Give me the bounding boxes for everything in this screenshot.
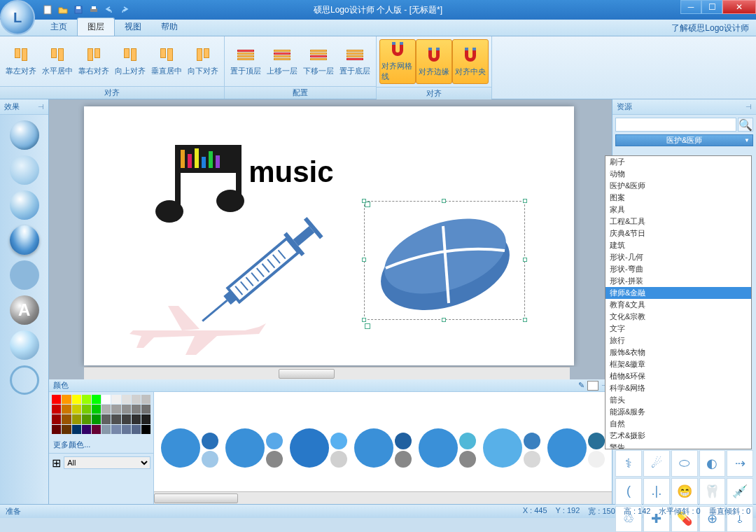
category-dropdown-list[interactable]: 刷子动物医护&医师图案家具工程&工具庆典&节日建筑形状-几何形状-弯曲形状-拼装…	[605, 155, 752, 449]
redo-button[interactable]	[118, 3, 132, 17]
grid-icon[interactable]: ⊞	[52, 456, 61, 470]
color-swatch[interactable]	[82, 395, 91, 404]
scheme-hscrollbar[interactable]	[154, 491, 612, 504]
dropdown-item[interactable]: 服饰&衣物	[606, 346, 751, 358]
music-text[interactable]: music	[248, 155, 333, 189]
tab-view[interactable]: 视图	[115, 18, 151, 36]
color-swatch[interactable]	[62, 405, 71, 414]
dropdown-item[interactable]: 科学&网络	[606, 382, 751, 394]
effect-style-3[interactable]	[10, 190, 39, 220]
dropdown-item[interactable]: 能源&服务	[606, 406, 751, 418]
color-scheme[interactable]	[419, 428, 476, 468]
color-swatch[interactable]	[92, 395, 101, 404]
eyedropper-icon[interactable]: ✎	[578, 381, 584, 390]
selection-box[interactable]	[364, 201, 525, 320]
dropdown-item[interactable]: 律师&金融	[606, 287, 751, 299]
print-button[interactable]	[87, 3, 101, 17]
color-swatch[interactable]	[82, 425, 91, 434]
align-hcenter-button[interactable]: 水平居中	[39, 39, 76, 83]
resource-item[interactable]: ☄	[643, 450, 670, 477]
color-swatch[interactable]	[52, 425, 61, 434]
resource-item[interactable]: ⇢	[727, 450, 753, 477]
resource-item[interactable]: 🦷	[699, 478, 726, 505]
dropdown-item[interactable]: 艺术&摄影	[606, 430, 751, 442]
color-swatch[interactable]	[102, 425, 111, 434]
color-swatch[interactable]	[62, 425, 71, 434]
color-scheme[interactable]	[225, 428, 283, 468]
align-right-button[interactable]: 靠右对齐	[76, 39, 112, 83]
canvas-viewport[interactable]: music	[49, 99, 612, 367]
color-swatch[interactable]	[111, 414, 120, 424]
color-swatch[interactable]	[102, 414, 111, 424]
new-doc-button[interactable]	[41, 3, 55, 17]
resource-item[interactable]: ⚕	[615, 450, 642, 477]
dropdown-item[interactable]: 刷子	[606, 156, 751, 168]
effect-style-5[interactable]	[10, 260, 39, 290]
color-scheme[interactable]	[483, 428, 540, 468]
color-swatch[interactable]	[62, 395, 71, 404]
open-button[interactable]	[56, 3, 70, 17]
color-swatch[interactable]	[72, 395, 81, 404]
pin-icon[interactable]: ⊣	[746, 103, 752, 111]
color-swatch[interactable]	[122, 405, 131, 414]
resource-item[interactable]: ◐	[699, 450, 726, 477]
resource-item[interactable]: (	[615, 478, 642, 505]
pin-icon[interactable]: ⊣	[38, 103, 44, 111]
align-bottom-button[interactable]: 向下对齐	[185, 39, 221, 83]
bring-front-button[interactable]: 置于顶层	[227, 39, 264, 83]
color-swatch[interactable]	[111, 425, 120, 434]
move-down-button[interactable]: 下移一层	[300, 39, 337, 83]
color-scheme[interactable]	[290, 428, 347, 468]
save-button[interactable]	[71, 3, 85, 17]
dropdown-item[interactable]: 医护&医师	[606, 180, 751, 192]
effect-style-8[interactable]	[10, 365, 39, 395]
maximize-button[interactable]: ☐	[701, 0, 722, 14]
color-swatch[interactable]	[72, 425, 81, 434]
app-menu-button[interactable]: L	[0, 0, 35, 35]
dropdown-item[interactable]: 植物&环保	[606, 370, 751, 382]
dropdown-item[interactable]: 建筑	[606, 239, 751, 251]
dropdown-item[interactable]: 框架&徽章	[606, 358, 751, 370]
dropdown-item[interactable]: 形状-几何	[606, 251, 751, 263]
dropdown-item[interactable]: 动物	[606, 168, 751, 180]
color-swatch[interactable]	[132, 405, 141, 414]
color-swatch[interactable]	[111, 405, 120, 414]
color-swatch[interactable]	[102, 405, 111, 414]
color-swatch[interactable]	[132, 395, 141, 404]
align-left-button[interactable]: 靠左对齐	[3, 39, 39, 83]
snap-edge-button[interactable]: 对齐边缘	[416, 39, 452, 84]
color-swatch[interactable]	[111, 395, 120, 404]
dropdown-item[interactable]: 形状-拼装	[606, 275, 751, 287]
pill-shape[interactable]	[365, 202, 526, 321]
effect-style-7[interactable]	[10, 330, 39, 360]
resource-item[interactable]: 💉	[727, 478, 753, 505]
dropdown-item[interactable]: 旅行	[606, 335, 751, 346]
color-swatch[interactable]	[52, 395, 61, 404]
color-swatch[interactable]	[62, 414, 71, 424]
color-swatch[interactable]	[82, 405, 91, 414]
dropdown-item[interactable]: 自然	[606, 418, 751, 430]
send-back-button[interactable]: 置于底层	[337, 39, 373, 83]
color-swatch[interactable]	[141, 405, 150, 414]
resource-item[interactable]: ⬭	[671, 450, 698, 477]
color-swatch[interactable]	[132, 425, 141, 434]
plane-shape[interactable]	[119, 295, 273, 358]
dropdown-item[interactable]: 工程&工具	[606, 216, 751, 227]
color-swatch[interactable]	[122, 425, 131, 434]
dropdown-item[interactable]: 箭头	[606, 394, 751, 406]
filter-select[interactable]: All	[64, 456, 150, 469]
color-swatch[interactable]	[122, 414, 131, 424]
color-swatch[interactable]	[141, 425, 150, 434]
color-swatch[interactable]	[52, 414, 61, 424]
color-swatch[interactable]	[132, 414, 141, 424]
color-scheme[interactable]	[547, 428, 605, 468]
effect-style-text[interactable]: A	[10, 295, 39, 325]
snap-grid-button[interactable]: 对齐网格线	[379, 39, 416, 84]
color-swatch[interactable]	[92, 405, 101, 414]
tab-layers[interactable]: 图层	[77, 18, 115, 36]
canvas[interactable]: music	[84, 106, 574, 365]
effect-style-1[interactable]	[10, 120, 39, 150]
more-colors-link[interactable]: 更多颜色...	[49, 437, 153, 453]
dropdown-item[interactable]: 警告	[606, 442, 751, 449]
undo-button[interactable]	[102, 3, 116, 17]
